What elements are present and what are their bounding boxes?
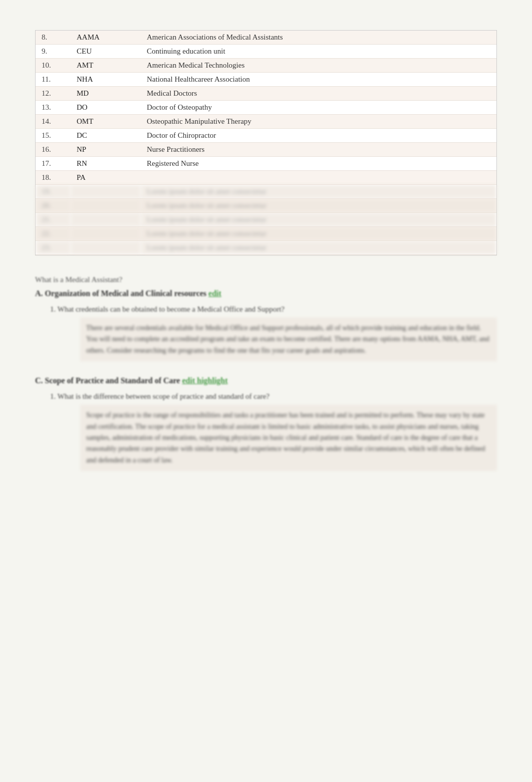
row-full: Lorem ipsum dolor sit amet consectetur bbox=[141, 199, 496, 213]
row-num: 22. bbox=[36, 227, 71, 241]
row-full: Nurse Practitioners bbox=[141, 143, 496, 157]
table-row: 23.Lorem ipsum dolor sit amet consectetu… bbox=[36, 241, 496, 255]
question-item-2: 1. What is the difference between scope … bbox=[50, 392, 497, 471]
row-abbr bbox=[71, 227, 141, 241]
row-full: American Associations of Medical Assista… bbox=[141, 31, 496, 45]
row-num: 17. bbox=[36, 157, 71, 171]
row-abbr: DO bbox=[71, 101, 141, 115]
row-full: National Healthcareer Association bbox=[141, 73, 496, 87]
table-row: 17.RNRegistered Nurse bbox=[36, 157, 496, 171]
row-full: Doctor of Osteopathy bbox=[141, 101, 496, 115]
row-full: Medical Doctors bbox=[141, 87, 496, 101]
subsection-title-1: A. Organization of Medical and Clinical … bbox=[35, 289, 497, 298]
row-num: 19. bbox=[36, 185, 71, 199]
section-block-2: C. Scope of Practice and Standard of Car… bbox=[35, 376, 497, 471]
row-num: 16. bbox=[36, 143, 71, 157]
row-full: American Medical Technologies bbox=[141, 59, 496, 73]
row-num: 10. bbox=[36, 59, 71, 73]
row-full: Registered Nurse bbox=[141, 157, 496, 171]
row-full: Lorem ipsum dolor sit amet consectetur bbox=[141, 227, 496, 241]
table-row: 18.PA bbox=[36, 171, 496, 185]
row-num: 23. bbox=[36, 241, 71, 255]
row-num: 14. bbox=[36, 115, 71, 129]
row-abbr: NHA bbox=[71, 73, 141, 87]
row-full: Lorem ipsum dolor sit amet consectetur bbox=[141, 241, 496, 255]
row-num: 11. bbox=[36, 73, 71, 87]
row-num: 8. bbox=[36, 31, 71, 45]
below-content: What is a Medical Assistant? A. Organiza… bbox=[35, 276, 497, 471]
row-num: 18. bbox=[36, 171, 71, 185]
row-abbr: RN bbox=[71, 157, 141, 171]
question-label-2: 1. What is the difference between scope … bbox=[50, 392, 497, 401]
row-full bbox=[141, 171, 496, 185]
abbreviation-table: 8.AAMAAmerican Associations of Medical A… bbox=[36, 31, 496, 255]
question-label-1: 1. What credentials can be obtained to b… bbox=[50, 305, 497, 314]
table-row: 13.DODoctor of Osteopathy bbox=[36, 101, 496, 115]
row-full: Lorem ipsum dolor sit amet consectetur bbox=[141, 213, 496, 227]
row-num: 13. bbox=[36, 101, 71, 115]
row-full: Continuing education unit bbox=[141, 45, 496, 59]
row-abbr: AAMA bbox=[71, 31, 141, 45]
table-row: 16.NPNurse Practitioners bbox=[36, 143, 496, 157]
table-row: 14.OMTOsteopathic Manipulative Therapy bbox=[36, 115, 496, 129]
section-block-1: A. Organization of Medical and Clinical … bbox=[35, 289, 497, 361]
row-num: 9. bbox=[36, 45, 71, 59]
subsection-title-1-highlight[interactable]: edit bbox=[208, 289, 221, 298]
row-full: Lorem ipsum dolor sit amet consectetur bbox=[141, 185, 496, 199]
row-abbr: CEU bbox=[71, 45, 141, 59]
table-row: 11.NHANational Healthcareer Association bbox=[36, 73, 496, 87]
row-num: 12. bbox=[36, 87, 71, 101]
row-num: 20. bbox=[36, 199, 71, 213]
table-row: 10.AMTAmerican Medical Technologies bbox=[36, 59, 496, 73]
row-abbr bbox=[71, 241, 141, 255]
page-container: 8.AAMAAmerican Associations of Medical A… bbox=[0, 0, 532, 526]
answer-block-2: Scope of practice is the range of respon… bbox=[80, 405, 497, 471]
row-num: 15. bbox=[36, 129, 71, 143]
row-abbr: NP bbox=[71, 143, 141, 157]
row-abbr bbox=[71, 185, 141, 199]
row-abbr: DC bbox=[71, 129, 141, 143]
row-full: Osteopathic Manipulative Therapy bbox=[141, 115, 496, 129]
subsection-title-2: C. Scope of Practice and Standard of Car… bbox=[35, 376, 497, 385]
table-row: 8.AAMAAmerican Associations of Medical A… bbox=[36, 31, 496, 45]
table-row: 19.Lorem ipsum dolor sit amet consectetu… bbox=[36, 185, 496, 199]
table-row: 20.Lorem ipsum dolor sit amet consectetu… bbox=[36, 199, 496, 213]
table-row: 15.DCDoctor of Chiropractor bbox=[36, 129, 496, 143]
section-heading: What is a Medical Assistant? bbox=[35, 276, 497, 284]
row-abbr bbox=[71, 199, 141, 213]
subsection-title-2-text: C. Scope of Practice and Standard of Car… bbox=[35, 376, 180, 385]
row-abbr: PA bbox=[71, 171, 141, 185]
answer-block-1: There are several credentials available … bbox=[80, 318, 497, 361]
subsection-title-2-highlight[interactable]: edit highlight bbox=[182, 376, 227, 385]
question-item-1: 1. What credentials can be obtained to b… bbox=[50, 305, 497, 361]
abbreviation-table-wrapper: 8.AAMAAmerican Associations of Medical A… bbox=[35, 30, 497, 255]
row-abbr: OMT bbox=[71, 115, 141, 129]
table-row: 21.Lorem ipsum dolor sit amet consectetu… bbox=[36, 213, 496, 227]
row-num: 21. bbox=[36, 213, 71, 227]
row-abbr: MD bbox=[71, 87, 141, 101]
table-row: 12.MDMedical Doctors bbox=[36, 87, 496, 101]
table-row: 22.Lorem ipsum dolor sit amet consectetu… bbox=[36, 227, 496, 241]
row-abbr: AMT bbox=[71, 59, 141, 73]
row-full: Doctor of Chiropractor bbox=[141, 129, 496, 143]
subsection-title-1-text: A. Organization of Medical and Clinical … bbox=[35, 289, 206, 298]
table-row: 9.CEUContinuing education unit bbox=[36, 45, 496, 59]
row-abbr bbox=[71, 213, 141, 227]
